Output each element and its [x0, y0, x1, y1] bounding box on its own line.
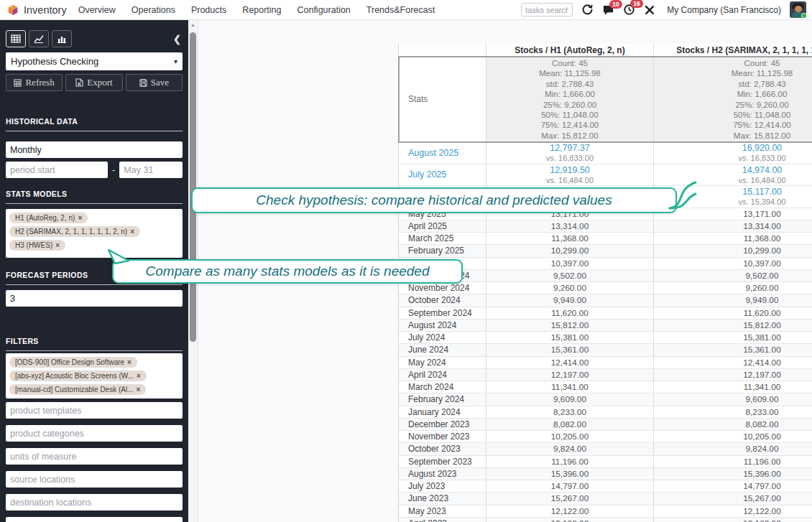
filter-inputs — [6, 402, 183, 522]
nav-left: Inventory OverviewOperationsProductsRepo… — [0, 4, 435, 16]
history-row: April 202412,197.0012,197.0012,197.00 — [399, 369, 812, 381]
avatar-face — [795, 6, 802, 12]
user-avatar[interactable] — [790, 1, 806, 18]
stat-line: Min: 1,666.00 — [654, 89, 812, 99]
stat-line: std: 2,788.43 — [486, 79, 653, 89]
period-end-input[interactable] — [119, 162, 183, 178]
month-label: February 2024 — [399, 393, 486, 406]
nav-menu-trends-forecast[interactable]: Trends&Forecast — [366, 5, 435, 15]
sync-icon[interactable] — [581, 4, 594, 16]
filters-section-header: FILTERS — [6, 337, 183, 351]
granularity-input[interactable] — [6, 141, 183, 158]
forecast-row: July 202512,919.50vs. 16,484.0014,974.00… — [399, 164, 812, 187]
history-value: 11,620.00 — [486, 307, 654, 320]
line-chart-view-button[interactable] — [29, 30, 49, 47]
nav-menu-operations[interactable]: Operations — [132, 5, 175, 15]
history-value: 12,190.00 — [486, 518, 654, 522]
filter-input-units-of-measure[interactable] — [6, 448, 183, 465]
remove-tag-icon[interactable]: × — [78, 214, 82, 222]
vs-historical-value: vs. 16,833.00 — [654, 154, 812, 163]
tools-icon[interactable] — [644, 4, 655, 16]
stats-models-box[interactable]: H1 (AutoReg, 2, n)×H2 (SARIMAX, 2, 1, 1,… — [6, 209, 183, 258]
filter-input-warehouses[interactable] — [6, 517, 183, 522]
history-row: November 20249,260.009,260.009,260.00 — [399, 282, 812, 294]
remove-tag-icon[interactable]: × — [127, 358, 132, 366]
month-label: November 2023 — [399, 431, 486, 443]
month-label: April 2023 — [399, 518, 486, 522]
stat-line: Count: 45 — [654, 58, 812, 68]
history-row: May 202412,414.0012,414.0012,414.00 — [399, 357, 812, 369]
filter-input-product-templates[interactable] — [6, 402, 183, 419]
table-view-button[interactable] — [6, 30, 26, 47]
history-value: 12,190.00 — [654, 518, 812, 522]
remove-tag-icon[interactable]: × — [130, 228, 134, 236]
column-header-stocks-h2-sarimax-2-[interactable]: Stocks / H2 (SARIMAX, 2, 1, 1, 1, 1, 1, … — [654, 44, 812, 57]
filter-input-source-locations[interactable] — [6, 471, 183, 488]
nav-menu-overview[interactable]: Overview — [78, 5, 116, 15]
tasks-search-input[interactable] — [521, 3, 573, 17]
history-value: 10,299.00 — [654, 245, 812, 257]
forecast-cell: 12,919.50vs. 16,484.00 — [486, 164, 654, 187]
history-row: October 20239,824.009,824.009,824.00 — [399, 443, 812, 455]
scroll-up-arrow-icon[interactable]: ▲ — [188, 22, 198, 27]
history-row: September 202411,620.0011,620.0011,620.0… — [399, 307, 812, 320]
history-row: February 202510,299.0010,299.0010,299.00 — [399, 245, 812, 257]
history-row: October 20249,949.009,949.009,949.00 — [399, 294, 812, 307]
save-button[interactable]: Save — [126, 74, 183, 91]
nav-menu-products[interactable]: Products — [191, 5, 226, 15]
export-label: Export — [87, 77, 112, 88]
predicted-value: 12,797.37 — [486, 143, 653, 154]
forecast-month-link[interactable]: August 2025 — [399, 142, 486, 164]
messages-icon[interactable]: 10 — [602, 4, 614, 16]
app-name[interactable]: Inventory — [24, 4, 67, 16]
history-value: 9,260.00 — [654, 282, 812, 294]
history-value: 15,381.00 — [486, 332, 654, 344]
nav-menu-configuration[interactable]: Configuration — [297, 5, 350, 15]
history-row: June 202315,267.0015,267.0015,267.00 — [399, 493, 812, 505]
product-filters-box[interactable]: [ODS-900] Office Design Software×[abs-xy… — [6, 353, 183, 399]
month-label: June 2024 — [399, 344, 486, 356]
collapse-sidebar-icon[interactable]: ❮ — [173, 34, 183, 45]
stat-line: 50%: 11,048.00 — [486, 110, 653, 120]
stats-row-label: Stats — [399, 57, 486, 142]
remove-tag-icon[interactable]: × — [137, 386, 141, 393]
tag-label: [manual-cd] Customizable Desk (Al... — [15, 386, 134, 393]
month-label: September 2023 — [399, 456, 486, 468]
tag-label: [ODS-900] Office Design Software — [15, 358, 124, 366]
stats-cell: Count: 45Mean: 11,125.98std: 2,788.43Min… — [486, 57, 654, 142]
history-value: 15,812.00 — [654, 320, 812, 332]
stat-line: Min: 1,666.00 — [486, 89, 653, 99]
forecast-month-link[interactable]: July 2025 — [399, 164, 486, 187]
stat-line: Count: 45 — [486, 58, 653, 68]
bar-chart-view-button[interactable] — [52, 30, 72, 47]
refresh-button[interactable]: Refresh — [6, 74, 63, 91]
history-value: 10,397.00 — [654, 258, 812, 270]
history-row: July 202314,797.0014,797.0014,797.00 — [399, 480, 812, 493]
filter-input-product-categories[interactable] — [6, 425, 183, 442]
stat-line: 75%: 12,414.00 — [654, 120, 812, 130]
month-label: May 2023 — [399, 505, 486, 518]
tag-label: H3 (HWES) — [15, 241, 52, 249]
nav-menu-reporting[interactable]: Reporting — [242, 5, 281, 15]
history-row: May 202312,122.0012,122.0012,122.00 — [399, 505, 812, 518]
period-range-dash: - — [112, 164, 115, 175]
report-type-select[interactable]: Hypothesis Checking ▾ — [6, 52, 183, 70]
hypothesis-tooltip: Check hypothesis: compare historical and… — [191, 187, 677, 213]
month-label: April 2024 — [399, 369, 486, 381]
column-header-stocks-h1-autoreg-2-[interactable]: Stocks / H1 (AutoReg, 2, n) — [486, 44, 654, 57]
remove-tag-icon[interactable]: × — [55, 241, 60, 249]
top-navbar: Inventory OverviewOperationsProductsRepo… — [0, 0, 812, 20]
filter-input-destination-locations[interactable] — [6, 494, 183, 511]
history-value: 15,361.00 — [654, 344, 812, 356]
activities-clock-icon[interactable]: 16 — [623, 4, 635, 16]
remove-tag-icon[interactable]: × — [137, 372, 141, 380]
stats-cell: Count: 45Mean: 11,125.98std: 2,788.43Min… — [654, 57, 812, 142]
history-value: 15,396.00 — [486, 468, 654, 480]
forecast-periods-input[interactable] — [6, 290, 183, 307]
history-value: 8,233.00 — [486, 406, 654, 419]
history-value: 9,609.00 — [486, 393, 654, 406]
company-switcher[interactable]: My Company (San Francisco) — [667, 5, 781, 15]
sidebar-actions: Refresh Export Save — [6, 74, 183, 91]
export-button[interactable]: Export — [65, 74, 122, 91]
period-start-input[interactable] — [6, 162, 108, 178]
